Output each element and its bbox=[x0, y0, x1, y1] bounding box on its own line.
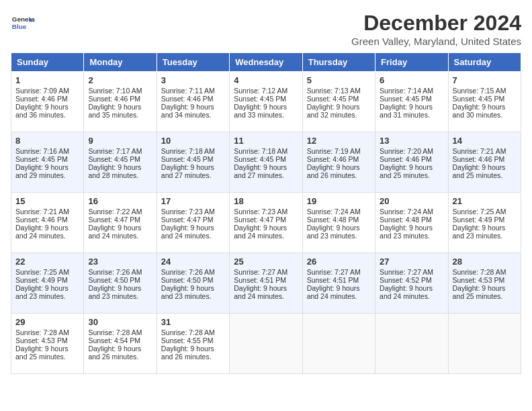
svg-text:General: General bbox=[12, 15, 35, 23]
day-number: 12 bbox=[307, 136, 371, 146]
col-monday: Monday bbox=[84, 53, 157, 72]
day-number: 7 bbox=[453, 75, 517, 85]
daylight: Daylight: 9 hours and 26 minutes. bbox=[88, 345, 141, 361]
daylight: Daylight: 9 hours and 34 minutes. bbox=[161, 103, 214, 119]
day-number: 5 bbox=[307, 75, 371, 85]
week-row-3: 15 Sunrise: 7:21 AM Sunset: 4:46 PM Dayl… bbox=[11, 193, 521, 253]
main-title: December 2024 bbox=[351, 11, 521, 36]
calendar-cell: 17 Sunrise: 7:23 AM Sunset: 4:47 PM Dayl… bbox=[157, 193, 229, 253]
day-number: 17 bbox=[161, 196, 225, 206]
daylight: Daylight: 9 hours and 30 minutes. bbox=[453, 103, 506, 119]
day-number: 4 bbox=[234, 75, 298, 85]
daylight: Daylight: 9 hours and 29 minutes. bbox=[15, 163, 69, 179]
sunrise: Sunrise: 7:18 AM bbox=[234, 147, 287, 155]
daylight: Daylight: 9 hours and 24 minutes. bbox=[380, 284, 433, 300]
sunrise: Sunrise: 7:11 AM bbox=[161, 87, 215, 95]
sunset: Sunset: 4:46 PM bbox=[88, 95, 140, 103]
sunset: Sunset: 4:46 PM bbox=[453, 155, 505, 163]
daylight: Daylight: 9 hours and 36 minutes. bbox=[15, 103, 69, 119]
calendar-cell: 1 Sunrise: 7:09 AM Sunset: 4:46 PM Dayli… bbox=[11, 72, 84, 132]
sunrise: Sunrise: 7:25 AM bbox=[15, 268, 69, 276]
sunrise: Sunrise: 7:14 AM bbox=[380, 87, 433, 95]
title-area: December 2024 Green Valley, Maryland, Un… bbox=[351, 11, 521, 47]
sunset: Sunset: 4:46 PM bbox=[161, 95, 214, 103]
day-number: 24 bbox=[161, 257, 225, 267]
daylight: Daylight: 9 hours and 27 minutes. bbox=[234, 163, 287, 179]
sunrise: Sunrise: 7:23 AM bbox=[161, 208, 215, 216]
calendar-cell: 21 Sunrise: 7:25 AM Sunset: 4:49 PM Dayl… bbox=[448, 193, 521, 253]
sunrise: Sunrise: 7:13 AM bbox=[307, 87, 361, 95]
calendar-cell: 15 Sunrise: 7:21 AM Sunset: 4:46 PM Dayl… bbox=[11, 193, 84, 253]
sunrise: Sunrise: 7:27 AM bbox=[380, 268, 433, 276]
calendar-cell: 16 Sunrise: 7:22 AM Sunset: 4:47 PM Dayl… bbox=[84, 193, 157, 253]
day-number: 22 bbox=[15, 257, 79, 267]
week-row-1: 1 Sunrise: 7:09 AM Sunset: 4:46 PM Dayli… bbox=[11, 72, 521, 132]
sunrise: Sunrise: 7:12 AM bbox=[234, 87, 287, 95]
sunset: Sunset: 4:45 PM bbox=[453, 95, 505, 103]
calendar-cell: 5 Sunrise: 7:13 AM Sunset: 4:45 PM Dayli… bbox=[302, 72, 375, 132]
calendar-cell: 29 Sunrise: 7:28 AM Sunset: 4:53 PM Dayl… bbox=[11, 314, 84, 374]
calendar-cell: 6 Sunrise: 7:14 AM Sunset: 4:45 PM Dayli… bbox=[375, 72, 448, 132]
sunset: Sunset: 4:47 PM bbox=[161, 216, 214, 224]
daylight: Daylight: 9 hours and 25 minutes. bbox=[15, 345, 69, 361]
sunrise: Sunrise: 7:21 AM bbox=[15, 208, 69, 216]
sunrise: Sunrise: 7:28 AM bbox=[88, 328, 142, 336]
daylight: Daylight: 9 hours and 23 minutes. bbox=[15, 284, 69, 300]
sunset: Sunset: 4:51 PM bbox=[307, 276, 359, 284]
sunrise: Sunrise: 7:26 AM bbox=[161, 268, 215, 276]
day-number: 16 bbox=[88, 196, 152, 206]
sunrise: Sunrise: 7:17 AM bbox=[88, 147, 142, 155]
day-number: 13 bbox=[380, 136, 443, 146]
daylight: Daylight: 9 hours and 23 minutes. bbox=[307, 224, 360, 240]
sunset: Sunset: 4:47 PM bbox=[234, 216, 286, 224]
sunrise: Sunrise: 7:28 AM bbox=[453, 268, 506, 276]
day-number: 19 bbox=[307, 196, 371, 206]
daylight: Daylight: 9 hours and 24 minutes. bbox=[234, 284, 287, 300]
calendar-cell bbox=[375, 314, 448, 374]
week-row-4: 22 Sunrise: 7:25 AM Sunset: 4:49 PM Dayl… bbox=[11, 253, 521, 314]
day-number: 2 bbox=[88, 75, 152, 85]
daylight: Daylight: 9 hours and 25 minutes. bbox=[380, 163, 433, 179]
daylight: Daylight: 9 hours and 31 minutes. bbox=[380, 103, 433, 119]
sunset: Sunset: 4:45 PM bbox=[307, 95, 359, 103]
sunset: Sunset: 4:50 PM bbox=[161, 276, 214, 284]
col-wednesday: Wednesday bbox=[230, 53, 302, 72]
sunset: Sunset: 4:45 PM bbox=[88, 155, 140, 163]
sunset: Sunset: 4:49 PM bbox=[15, 276, 68, 284]
calendar-cell: 9 Sunrise: 7:17 AM Sunset: 4:45 PM Dayli… bbox=[84, 132, 157, 193]
daylight: Daylight: 9 hours and 26 minutes. bbox=[307, 163, 360, 179]
sunrise: Sunrise: 7:28 AM bbox=[15, 328, 69, 336]
calendar-cell: 25 Sunrise: 7:27 AM Sunset: 4:51 PM Dayl… bbox=[230, 253, 302, 314]
sunset: Sunset: 4:55 PM bbox=[161, 336, 214, 345]
daylight: Daylight: 9 hours and 24 minutes. bbox=[234, 224, 287, 240]
sunset: Sunset: 4:46 PM bbox=[15, 216, 68, 224]
daylight: Daylight: 9 hours and 35 minutes. bbox=[88, 103, 141, 119]
sunset: Sunset: 4:45 PM bbox=[161, 155, 214, 163]
calendar-cell: 4 Sunrise: 7:12 AM Sunset: 4:45 PM Dayli… bbox=[230, 72, 302, 132]
calendar-cell: 14 Sunrise: 7:21 AM Sunset: 4:46 PM Dayl… bbox=[448, 132, 521, 193]
logo: General Blue bbox=[11, 11, 35, 35]
calendar-cell bbox=[230, 314, 302, 374]
calendar-cell: 31 Sunrise: 7:28 AM Sunset: 4:55 PM Dayl… bbox=[157, 314, 229, 374]
daylight: Daylight: 9 hours and 25 minutes. bbox=[453, 163, 506, 179]
day-number: 3 bbox=[161, 75, 225, 85]
calendar-cell bbox=[448, 314, 521, 374]
sunset: Sunset: 4:45 PM bbox=[380, 95, 432, 103]
calendar-cell: 23 Sunrise: 7:26 AM Sunset: 4:50 PM Dayl… bbox=[84, 253, 157, 314]
calendar-cell: 2 Sunrise: 7:10 AM Sunset: 4:46 PM Dayli… bbox=[84, 72, 157, 132]
daylight: Daylight: 9 hours and 32 minutes. bbox=[307, 103, 360, 119]
daylight: Daylight: 9 hours and 23 minutes. bbox=[161, 284, 214, 300]
day-number: 14 bbox=[453, 136, 517, 146]
sunrise: Sunrise: 7:16 AM bbox=[15, 147, 69, 155]
daylight: Daylight: 9 hours and 25 minutes. bbox=[453, 284, 506, 300]
calendar-cell: 28 Sunrise: 7:28 AM Sunset: 4:53 PM Dayl… bbox=[448, 253, 521, 314]
sunrise: Sunrise: 7:27 AM bbox=[234, 268, 287, 276]
daylight: Daylight: 9 hours and 26 minutes. bbox=[161, 345, 214, 361]
day-number: 1 bbox=[15, 75, 79, 85]
week-row-2: 8 Sunrise: 7:16 AM Sunset: 4:45 PM Dayli… bbox=[11, 132, 521, 193]
day-number: 20 bbox=[380, 196, 443, 206]
sunrise: Sunrise: 7:15 AM bbox=[453, 87, 506, 95]
sunset: Sunset: 4:50 PM bbox=[88, 276, 140, 284]
day-number: 26 bbox=[307, 257, 371, 267]
daylight: Daylight: 9 hours and 24 minutes. bbox=[161, 224, 214, 240]
